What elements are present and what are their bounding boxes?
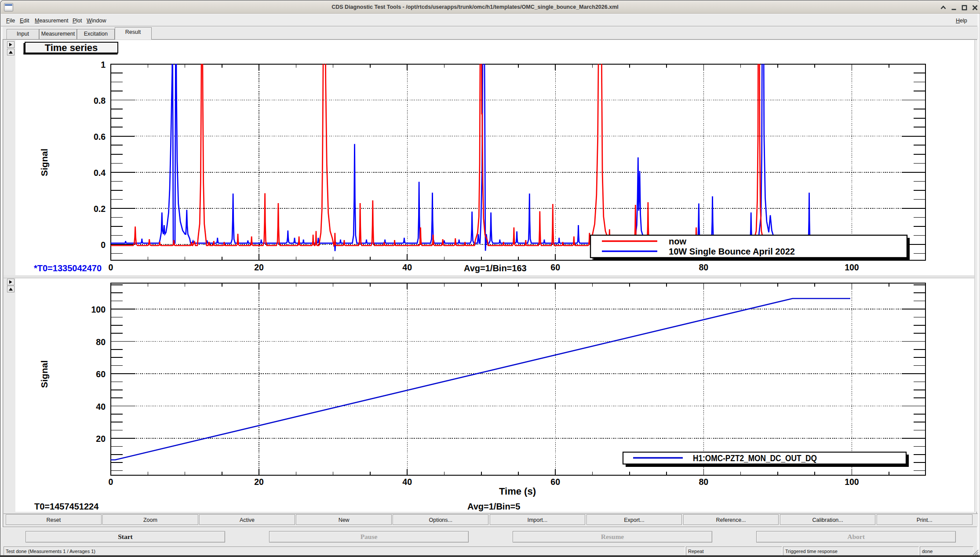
svg-text:80: 80 xyxy=(96,337,106,347)
svg-text:0: 0 xyxy=(101,240,106,250)
svg-text:1: 1 xyxy=(101,60,106,69)
svg-text:40: 40 xyxy=(402,262,412,272)
svg-text:0.6: 0.6 xyxy=(94,132,106,142)
svg-text:20: 20 xyxy=(254,477,264,487)
svg-text:Time (s): Time (s) xyxy=(499,486,536,497)
svg-text:20: 20 xyxy=(96,434,106,444)
svg-text:60: 60 xyxy=(550,477,560,487)
svg-text:Signal: Signal xyxy=(39,149,49,176)
svg-text:60: 60 xyxy=(550,262,560,272)
svg-text:0: 0 xyxy=(109,477,113,487)
svg-text:H1:OMC-PZT2_MON_DC_OUT_DQ: H1:OMC-PZT2_MON_DC_OUT_DQ xyxy=(693,453,817,463)
svg-text:Avg=1/Bin=163: Avg=1/Bin=163 xyxy=(464,263,527,273)
svg-text:Time series: Time series xyxy=(45,42,98,53)
svg-text:Signal: Signal xyxy=(39,360,49,388)
svg-text:40: 40 xyxy=(402,477,412,487)
svg-text:0.8: 0.8 xyxy=(94,96,106,106)
svg-text:40: 40 xyxy=(96,402,106,411)
svg-text:100: 100 xyxy=(845,477,859,487)
svg-text:*T0=1335042470: *T0=1335042470 xyxy=(34,263,102,273)
svg-text:10W Single Bounce April 2022: 10W Single Bounce April 2022 xyxy=(669,247,795,256)
svg-text:80: 80 xyxy=(699,477,708,487)
svg-text:0.2: 0.2 xyxy=(94,204,106,214)
svg-text:now: now xyxy=(669,237,686,246)
svg-text:T0=1457451224: T0=1457451224 xyxy=(34,502,99,511)
svg-text:0: 0 xyxy=(109,262,113,272)
svg-text:Avg=1/Bin=5: Avg=1/Bin=5 xyxy=(467,502,520,511)
svg-text:80: 80 xyxy=(699,262,708,272)
svg-text:100: 100 xyxy=(91,305,106,314)
svg-text:100: 100 xyxy=(845,262,859,272)
svg-text:60: 60 xyxy=(96,369,106,379)
svg-text:20: 20 xyxy=(254,262,264,272)
svg-text:0.4: 0.4 xyxy=(94,168,106,178)
